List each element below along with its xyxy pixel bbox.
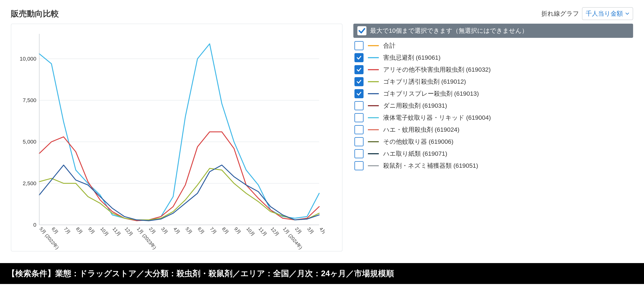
dropdown-value: 千人当り金額 (586, 10, 623, 18)
svg-text:10,000: 10,000 (20, 56, 36, 62)
legend-checkbox[interactable] (354, 137, 364, 146)
legend-item[interactable]: ダニ用殺虫剤 (619031) (354, 101, 633, 110)
svg-text:3月: 3月 (160, 226, 169, 235)
page-title: 販売動向比較 (11, 8, 59, 19)
legend-item[interactable]: ゴキブリスプレー殺虫剤 (619013) (354, 89, 633, 98)
svg-text:9月: 9月 (233, 226, 242, 235)
svg-text:7月: 7月 (209, 226, 218, 235)
legend-checkbox[interactable] (354, 149, 364, 158)
search-conditions-footer: 【検索条件】業態：ドラッグストア／大分類：殺虫剤・殺鼠剤／エリア：全国／月次：2… (0, 263, 644, 284)
legend-label: ゴキブリ誘引殺虫剤 (619012) (383, 78, 466, 86)
svg-text:5月: 5月 (184, 226, 194, 235)
legend-checkbox[interactable] (354, 77, 364, 86)
metric-dropdown[interactable]: 千人当り金額 (582, 7, 633, 20)
svg-text:2月: 2月 (148, 226, 157, 235)
svg-text:10月: 10月 (246, 226, 256, 237)
legend-item[interactable]: その他蚊取り器 (619006) (354, 137, 633, 146)
legend-item[interactable]: 液体電子蚊取り器・リキッド (619004) (354, 113, 633, 122)
legend-item[interactable]: 合計 (354, 41, 633, 50)
legend-swatch (368, 117, 379, 118)
legend-swatch (368, 45, 379, 46)
legend-label: 害虫忌避剤 (619061) (383, 54, 440, 62)
legend-swatch (368, 93, 379, 94)
legend-swatch (368, 165, 379, 166)
svg-text:4月: 4月 (318, 226, 325, 235)
legend-label: ダニ用殺虫剤 (619031) (383, 102, 447, 110)
legend-checkbox[interactable] (354, 125, 364, 134)
svg-text:11月: 11月 (258, 226, 268, 237)
select-all-checkbox[interactable] (357, 26, 366, 35)
legend-label: ゴキブリスプレー殺虫剤 (619013) (383, 90, 479, 98)
svg-text:4月: 4月 (172, 226, 181, 235)
legend-label: 液体電子蚊取り器・リキッド (619004) (383, 114, 491, 122)
svg-text:11月: 11月 (112, 226, 122, 237)
legend-swatch (368, 129, 379, 130)
legend-label: 合計 (383, 42, 396, 50)
legend-checkbox[interactable] (354, 65, 364, 74)
legend-header[interactable]: 最大で10個まで選択できます（無選択にはできません） (353, 24, 633, 38)
legend-item[interactable]: ゴキブリ誘引殺虫剤 (619012) (354, 77, 633, 86)
graph-type-label: 折れ線グラフ (541, 10, 579, 18)
line-chart: 02,5005,0007,50010,0005月 (2022年)6月7月8月9月… (16, 28, 325, 261)
svg-text:12月: 12月 (124, 226, 134, 237)
svg-text:7月: 7月 (63, 226, 72, 235)
legend-checkbox[interactable] (354, 53, 364, 62)
legend-swatch (368, 57, 379, 58)
legend-item[interactable]: 殺鼠剤・ネズミ補獲器類 (619051) (354, 161, 633, 170)
legend-swatch (368, 141, 379, 142)
svg-text:2,500: 2,500 (23, 180, 36, 186)
svg-text:8月: 8月 (75, 226, 84, 235)
legend-item[interactable]: アリその他不快害虫用殺虫剤 (619032) (354, 65, 633, 74)
legend-swatch (368, 69, 379, 70)
svg-text:10月: 10月 (99, 226, 110, 237)
legend-swatch (368, 153, 379, 154)
chart-container: 02,5005,0007,50010,0005月 (2022年)6月7月8月9月… (11, 24, 342, 251)
legend-label: ハエ取り紙類 (619071) (383, 150, 447, 158)
svg-text:0: 0 (33, 222, 36, 228)
legend-swatch (368, 81, 379, 82)
legend-swatch (368, 105, 379, 106)
svg-text:6月: 6月 (197, 226, 206, 235)
legend-checkbox[interactable] (354, 41, 364, 50)
svg-text:3月: 3月 (306, 226, 315, 235)
legend-item[interactable]: ハエ・蚊用殺虫剤 (619024) (354, 125, 633, 134)
legend-header-text: 最大で10個まで選択できます（無選択にはできません） (370, 27, 528, 35)
svg-text:6月: 6月 (50, 226, 60, 235)
svg-text:12月: 12月 (270, 226, 280, 237)
legend-checkbox[interactable] (354, 113, 364, 122)
legend-label: ハエ・蚊用殺虫剤 (619024) (383, 126, 460, 134)
legend-checkbox[interactable] (354, 89, 364, 98)
svg-text:7,500: 7,500 (23, 97, 36, 103)
legend-label: 殺鼠剤・ネズミ補獲器類 (619051) (383, 162, 478, 170)
svg-text:5,000: 5,000 (23, 139, 36, 145)
legend-label: その他蚊取り器 (619006) (383, 138, 454, 146)
svg-text:9月: 9月 (87, 226, 96, 235)
chevron-down-icon (625, 10, 630, 17)
legend-label: アリその他不快害虫用殺虫剤 (619032) (383, 66, 491, 74)
legend-item[interactable]: ハエ取り紙類 (619071) (354, 149, 633, 158)
svg-text:2月: 2月 (294, 226, 303, 235)
legend-item[interactable]: 害虫忌避剤 (619061) (354, 53, 633, 62)
svg-text:8月: 8月 (221, 226, 230, 235)
legend-checkbox[interactable] (354, 101, 364, 110)
legend-panel: 最大で10個まで選択できます（無選択にはできません） 合計害虫忌避剤 (6190… (353, 24, 633, 170)
legend-checkbox[interactable] (354, 161, 364, 170)
